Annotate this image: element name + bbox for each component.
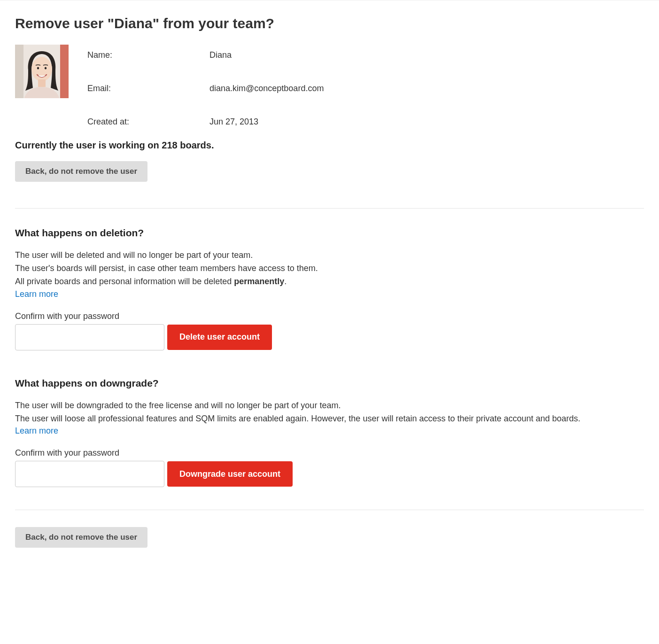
downgrade-section: What happens on downgrade? The user will… [15,378,644,488]
downgrade-line1: The user will be downgraded to the free … [15,401,341,410]
divider [15,208,644,209]
back-button-top[interactable]: Back, do not remove the user [15,161,147,182]
deletion-line3-strong: permanently [234,277,284,286]
boards-count-line: Currently the user is working on 218 boa… [15,140,644,151]
downgrade-password-input[interactable] [15,461,164,487]
svg-rect-1 [15,45,23,98]
deletion-heading: What happens on deletion? [15,227,644,239]
deletion-line3-post: . [284,277,287,286]
email-label: Email: [87,84,209,93]
name-value: Diana [209,50,232,60]
deletion-line3-pre: All private boards and personal informat… [15,277,234,286]
email-value: diana.kim@conceptboard.com [209,84,324,93]
deletion-password-input[interactable] [15,324,164,350]
downgrade-learn-more-link[interactable]: Learn more [15,426,58,436]
page-title: Remove user "Diana" from your team? [15,16,644,31]
svg-rect-2 [60,45,69,98]
deletion-learn-more-link[interactable]: Learn more [15,289,58,299]
deletion-section: What happens on deletion? The user will … [15,227,644,350]
divider [15,510,644,510]
created-at-value: Jun 27, 2013 [209,117,258,127]
user-info-block: Name: Diana Email: diana.kim@conceptboar… [15,45,644,127]
downgrade-user-button[interactable]: Downgrade user account [167,461,293,487]
avatar [15,45,69,98]
downgrade-confirm-label: Confirm with your password [15,448,644,458]
downgrade-line2: The user will loose all professional fea… [15,414,581,423]
svg-rect-4 [38,79,46,87]
svg-point-5 [37,67,39,69]
back-button-bottom[interactable]: Back, do not remove the user [15,527,147,548]
delete-user-button[interactable]: Delete user account [167,325,272,350]
name-label: Name: [87,50,209,60]
deletion-line2: The user's boards will persist, in case … [15,264,318,273]
downgrade-heading: What happens on downgrade? [15,378,644,389]
svg-point-6 [45,67,47,69]
deletion-confirm-label: Confirm with your password [15,311,644,321]
created-at-label: Created at: [87,117,209,127]
deletion-line1: The user will be deleted and will no lon… [15,250,253,260]
